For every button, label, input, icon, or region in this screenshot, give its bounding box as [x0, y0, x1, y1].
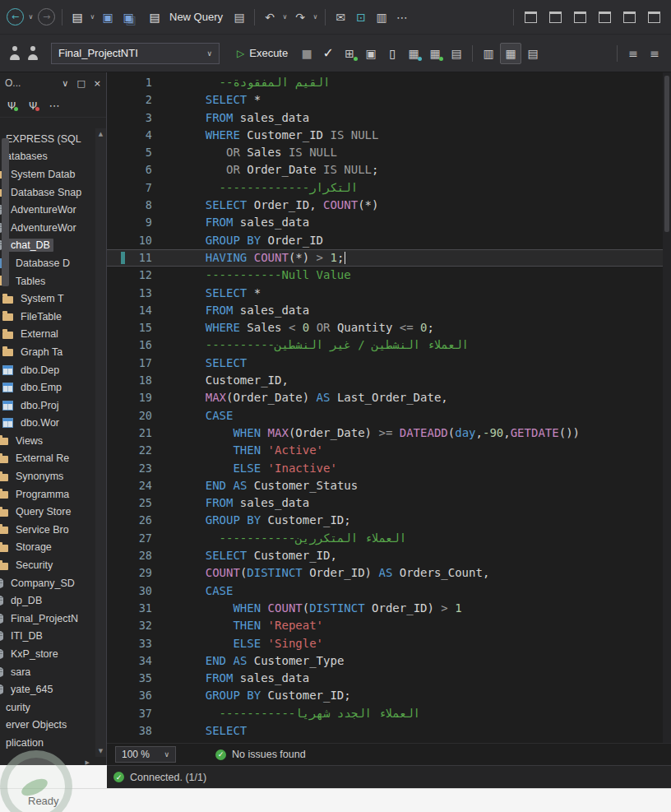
- code-line[interactable]: 27 -----------العملاء المتكررين: [107, 530, 663, 547]
- oe-item-database-snap[interactable]: +Database Snap: [0, 183, 95, 202]
- query-options-icon[interactable]: ▣: [361, 44, 381, 63]
- redo-button[interactable]: ↷: [290, 7, 310, 27]
- panel-close-button[interactable]: ×: [94, 78, 101, 89]
- code-line[interactable]: 32 THEN 'Repeat': [107, 617, 663, 634]
- undo-button[interactable]: ↶: [260, 7, 280, 27]
- oe-item-express-sql[interactable]: +EXPRESS (SQL: [0, 130, 95, 148]
- new-query-button[interactable]: ▤New Query: [139, 7, 229, 27]
- oe-item-views[interactable]: +Views: [0, 432, 95, 450]
- editor-vertical-scrollbar[interactable]: [663, 72, 671, 743]
- oe-item-dbo-wor[interactable]: +dbo.Wor: [0, 415, 95, 433]
- pane-layout-2-button[interactable]: [549, 12, 562, 23]
- code-line[interactable]: 11 HAVING COUNT(*) > 1;: [107, 249, 663, 267]
- code-line[interactable]: 8 SELECT Order_ID, COUNT(*): [107, 197, 663, 214]
- code-line[interactable]: 15 WHERE Sales < 0 OR Quantity <= 0;: [107, 319, 663, 336]
- panel-chevron-icon[interactable]: ∨: [62, 78, 68, 89]
- actual-plan-icon[interactable]: ▦: [425, 44, 445, 63]
- zoom-dropdown[interactable]: 100 % ∨: [115, 746, 176, 763]
- estimated-plan-icon[interactable]: ⊞: [340, 44, 359, 63]
- live-query-stats-icon[interactable]: ▦: [404, 44, 423, 63]
- connect-icon[interactable]: Ψ: [3, 97, 20, 114]
- user-key-icon[interactable]: [25, 44, 41, 63]
- panel-float-button[interactable]: □: [76, 78, 85, 89]
- oe-item-plication[interactable]: +plication: [0, 734, 95, 752]
- oe-more-button[interactable]: ⋯: [46, 97, 62, 114]
- back-history-chevron-icon[interactable]: ∨: [26, 7, 35, 27]
- code-line[interactable]: 17 SELECT: [107, 355, 663, 372]
- code-line[interactable]: 28 SELECT Customer_ID,: [107, 547, 663, 564]
- oe-item-adventurewor[interactable]: +AdventureWor: [0, 219, 95, 237]
- parse-query-button[interactable]: ✓: [318, 44, 338, 63]
- scroll-down-icon[interactable]: ▼: [99, 745, 103, 757]
- back-button[interactable]: ←: [7, 8, 24, 26]
- oe-item-programma[interactable]: +Programma: [0, 485, 95, 503]
- code-line[interactable]: 22 THEN 'Active': [107, 442, 663, 459]
- redo-chevron-icon[interactable]: ∨: [311, 7, 320, 27]
- oe-item-service-bro[interactable]: +Service Bro: [0, 521, 95, 539]
- oe-item-dbo-dep[interactable]: +dbo.Dep: [0, 361, 95, 379]
- code-line[interactable]: 31 WHEN COUNT(DISTINCT Order_ID) > 1: [107, 600, 663, 617]
- code-line[interactable]: 18 Customer_ID,: [107, 372, 663, 389]
- code-line[interactable]: 6 OR Order_Date IS NULL;: [107, 161, 663, 179]
- outdent-icon[interactable]: ≡: [623, 44, 643, 63]
- oe-item-kxp-store[interactable]: +KxP_store: [0, 645, 95, 663]
- pane-layout-4-button[interactable]: [599, 12, 611, 23]
- code-line[interactable]: 19 MAX(Order_Date) AS Last_Order_Date,: [107, 389, 663, 406]
- save-icon[interactable]: ▣: [98, 7, 118, 27]
- editor-scroll-thumb[interactable]: [664, 76, 669, 232]
- user-login-icon[interactable]: [7, 44, 23, 63]
- code-line[interactable]: 13 SELECT *: [107, 285, 663, 302]
- oe-item-system-datab[interactable]: +System Datab: [0, 165, 95, 183]
- oe-item-dp-db[interactable]: +dp_DB: [0, 592, 95, 610]
- code-line[interactable]: 33 ELSE 'Single': [107, 635, 663, 652]
- oe-item-iti-db[interactable]: +ITI_DB: [0, 628, 95, 646]
- oe-item-filetable[interactable]: +FileTable: [0, 308, 95, 326]
- oe-item-external[interactable]: +External: [0, 326, 95, 344]
- oe-item-sara[interactable]: +sara: [0, 663, 95, 681]
- pane-layout-3-button[interactable]: [574, 12, 586, 23]
- oe-item-yate-645[interactable]: +yate_645: [0, 680, 95, 698]
- oe-item-dbo-emp[interactable]: +dbo.Emp: [0, 378, 95, 397]
- code-line[interactable]: 5 OR Sales IS NULL: [107, 144, 663, 161]
- code-line[interactable]: 35 FROM sales_data: [107, 670, 663, 687]
- new-file-chevron-icon[interactable]: ∨: [88, 7, 97, 27]
- scroll-up-icon[interactable]: ▲: [99, 128, 103, 140]
- code-line[interactable]: 16 ----------العملاء النشطين / غير النشط…: [107, 336, 663, 354]
- forward-button[interactable]: →: [38, 8, 55, 26]
- sidebar-scroll-thumb[interactable]: [2, 138, 9, 286]
- results-to-grid-icon[interactable]: ▦: [500, 43, 521, 64]
- code-line[interactable]: 37 -----------العملاء الجدد شهريا: [107, 705, 663, 722]
- comment-page-icon[interactable]: ▯: [382, 44, 402, 63]
- results-file2-icon[interactable]: ▤: [523, 44, 543, 63]
- oe-item-final-projectn[interactable]: +Final_ProjectN: [0, 610, 95, 628]
- sidebar-vertical-scrollbar[interactable]: ▲ ▼: [95, 128, 106, 757]
- oe-item-adventurewor[interactable]: +AdventureWor: [0, 201, 95, 219]
- find-box-icon[interactable]: ⊡: [351, 7, 371, 27]
- code-line[interactable]: 1 --القيم المفقودة: [107, 74, 663, 91]
- database-selector-dropdown[interactable]: Final_ProjectNTI∨: [51, 43, 220, 64]
- oe-item-erver-objects[interactable]: +erver Objects: [0, 717, 95, 735]
- oe-item-curity[interactable]: +curity: [0, 698, 95, 717]
- oe-item-dbo-proj[interactable]: +dbo.Proj: [0, 397, 95, 415]
- oe-item-external-re[interactable]: +External Re: [0, 450, 95, 468]
- results-to-file-icon[interactable]: ▤: [447, 44, 466, 63]
- code-line[interactable]: 24 END AS Customer_Status: [107, 477, 663, 494]
- scroll-right-icon[interactable]: ▶: [86, 759, 90, 765]
- mail-icon[interactable]: ✉: [331, 7, 350, 27]
- disconnect-icon[interactable]: Ψ: [25, 97, 41, 114]
- oe-item-chat-db[interactable]: −chat_DB: [0, 237, 95, 255]
- save-all-icon[interactable]: ▣: [118, 7, 138, 27]
- code-line[interactable]: 23 ELSE 'Inactive': [107, 460, 663, 477]
- code-line[interactable]: 4 WHERE Customer_ID IS NULL: [107, 127, 663, 144]
- oe-item-database-d[interactable]: +Database D: [0, 254, 95, 272]
- code-line[interactable]: 38 SELECT: [107, 722, 663, 740]
- code-editor[interactable]: 1 --القيم المفقودة2 SELECT *3 FROM sales…: [107, 72, 671, 743]
- code-line[interactable]: 9 FROM sales_data: [107, 214, 663, 231]
- copy-window-icon[interactable]: ▥: [372, 7, 391, 27]
- code-line[interactable]: 14 FROM sales_data: [107, 302, 663, 319]
- overflow-menu-button[interactable]: ⋯: [392, 7, 412, 27]
- oe-item-atabases[interactable]: +atabases: [0, 148, 95, 166]
- code-line[interactable]: 26 GROUP BY Customer_ID;: [107, 512, 663, 529]
- code-line[interactable]: 12 -----------Null Value: [107, 267, 663, 284]
- execute-button[interactable]: ▷Execute: [229, 47, 295, 59]
